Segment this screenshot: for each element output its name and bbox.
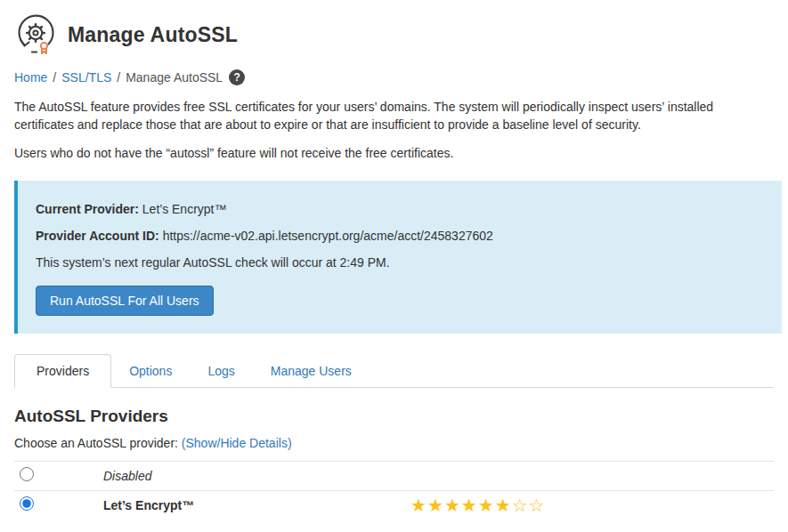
provider-account-id-line: Provider Account ID: https://acme-v02.ap… — [36, 227, 760, 245]
help-icon[interactable]: ? — [229, 69, 245, 85]
intro-paragraph-1: The AutoSSL feature provides free SSL ce… — [14, 99, 767, 133]
provider-radio-cell — [14, 467, 103, 484]
provider-rating-lets-encrypt: ★★★★★★☆☆ — [410, 496, 774, 514]
star-filled-icon: ★ — [410, 496, 427, 515]
manage-autossl-page: Manage AutoSSL Home / SSL/TLS / Manage A… — [0, 0, 788, 520]
choose-provider-line: Choose an AutoSSL provider: (Show/Hide D… — [14, 436, 774, 450]
tab-logs[interactable]: Logs — [190, 354, 252, 388]
star-filled-icon: ★ — [444, 496, 461, 515]
show-hide-details-link[interactable]: (Show/Hide Details) — [182, 436, 292, 450]
provider-account-id-value: https://acme-v02.api.letsencrypt.org/acm… — [163, 229, 493, 243]
page-header: Manage AutoSSL — [14, 12, 774, 58]
star-filled-icon: ★ — [495, 496, 512, 515]
breadcrumb-separator: / — [53, 70, 56, 85]
tab-providers[interactable]: Providers — [14, 354, 111, 388]
intro-paragraph-2: Users who do not have the “autossl” feat… — [14, 145, 767, 163]
star-filled-icon: ★ — [427, 496, 444, 515]
provider-radio-cell — [14, 496, 103, 513]
provider-radio-lets-encrypt[interactable] — [20, 496, 34, 511]
star-empty-icon: ☆ — [529, 496, 546, 515]
provider-name-lets-encrypt: Let’s Encrypt™ — [103, 498, 410, 512]
providers-section-heading: AutoSSL Providers — [14, 407, 774, 426]
provider-account-id-label: Provider Account ID: — [36, 229, 159, 243]
breadcrumb: Home / SSL/TLS / Manage AutoSSL ? — [14, 69, 774, 85]
tab-bar: Providers Options Logs Manage Users — [14, 354, 774, 388]
current-provider-label: Current Provider: — [36, 202, 139, 216]
provider-name-disabled: Disabled — [103, 469, 410, 483]
choose-provider-label: Choose an AutoSSL provider: — [14, 436, 178, 450]
breadcrumb-current-page: Manage AutoSSL — [126, 70, 223, 85]
current-provider-value: Let’s Encrypt™ — [142, 202, 227, 216]
page-title: Manage AutoSSL — [68, 23, 238, 47]
provider-info-callout: Current Provider: Let’s Encrypt™ Provide… — [14, 181, 782, 334]
breadcrumb-separator: / — [117, 70, 120, 85]
breadcrumb-home-link[interactable]: Home — [14, 70, 47, 85]
next-check-text: This system’s next regular AutoSSL check… — [36, 254, 760, 271]
star-empty-icon: ☆ — [512, 496, 529, 515]
autossl-gear-refresh-icon — [14, 12, 59, 57]
provider-radio-disabled[interactable] — [20, 467, 34, 481]
run-autossl-button[interactable]: Run AutoSSL For All Users — [36, 286, 214, 316]
tab-manage-users[interactable]: Manage Users — [253, 354, 370, 388]
tab-options[interactable]: Options — [111, 354, 190, 388]
provider-row-lets-encrypt: Let’s Encrypt™ ★★★★★★☆☆ — [14, 490, 774, 520]
star-filled-icon: ★ — [461, 496, 478, 515]
provider-table: Disabled Let’s Encrypt™ ★★★★★★☆☆ — [14, 461, 774, 520]
breadcrumb-ssltls-link[interactable]: SSL/TLS — [61, 70, 111, 85]
provider-row-disabled: Disabled — [14, 461, 774, 490]
star-filled-icon: ★ — [478, 496, 495, 515]
current-provider-line: Current Provider: Let’s Encrypt™ — [36, 200, 760, 218]
